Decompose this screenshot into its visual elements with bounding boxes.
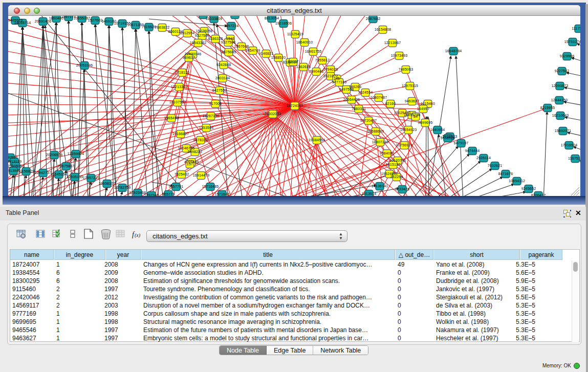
svg-text:19166827: 19166827 <box>172 132 189 136</box>
svg-text:1686710: 1686710 <box>196 16 211 16</box>
svg-text:3675685: 3675685 <box>222 50 236 54</box>
svg-text:15751074: 15751074 <box>564 40 580 43</box>
svg-text:1588520: 1588520 <box>271 56 286 59</box>
svg-text:15720407: 15720407 <box>360 119 377 122</box>
svg-text:9084067: 9084067 <box>380 151 395 155</box>
svg-text:8471676: 8471676 <box>498 172 513 176</box>
svg-text:9146821: 9146821 <box>259 52 274 55</box>
svg-text:9657791: 9657791 <box>169 185 184 188</box>
svg-text:1527602: 1527602 <box>88 18 103 22</box>
svg-text:20691406: 20691406 <box>35 19 52 23</box>
svg-text:8813054: 8813054 <box>265 16 279 20</box>
svg-text:19654923: 19654923 <box>400 128 417 132</box>
svg-text:5938928: 5938928 <box>441 136 455 140</box>
svg-text:9245652: 9245652 <box>521 187 536 190</box>
svg-text:9463627: 9463627 <box>405 99 420 103</box>
svg-text:17359924: 17359924 <box>68 152 84 156</box>
svg-text:13267130: 13267130 <box>203 114 220 118</box>
svg-text:1733426: 1733426 <box>395 187 410 191</box>
svg-text:9777169: 9777169 <box>332 80 347 84</box>
svg-text:8912954: 8912954 <box>180 31 195 35</box>
svg-text:(x): (x) <box>135 232 141 238</box>
svg-text:10654112: 10654112 <box>509 179 525 183</box>
svg-text:12093873: 12093873 <box>552 84 569 87</box>
svg-text:7357224: 7357224 <box>224 24 239 28</box>
svg-text:20364436: 20364436 <box>343 98 360 101</box>
svg-text:12213369: 12213369 <box>171 85 188 89</box>
svg-text:16210643: 16210643 <box>552 114 569 117</box>
svg-text:10120746: 10120746 <box>389 159 406 162</box>
svg-text:9474444: 9474444 <box>465 149 480 152</box>
svg-text:8990448: 8990448 <box>309 70 324 73</box>
svg-text:1413614: 1413614 <box>362 192 377 195</box>
svg-text:19218506: 19218506 <box>275 21 292 25</box>
svg-text:6497568: 6497568 <box>339 87 354 91</box>
svg-text:917006: 917006 <box>209 102 222 105</box>
svg-text:12942737: 12942737 <box>35 171 52 174</box>
svg-text:15692071: 15692071 <box>555 129 572 133</box>
svg-text:84: 84 <box>413 115 418 118</box>
svg-text:1167533: 1167533 <box>568 157 580 160</box>
svg-text:10046755: 10046755 <box>178 146 195 150</box>
svg-text:7632621: 7632621 <box>488 164 503 167</box>
svg-text:9699695: 9699695 <box>418 121 433 124</box>
svg-text:157: 157 <box>187 162 193 166</box>
svg-text:18807249: 18807249 <box>372 140 389 144</box>
svg-text:14136141: 14136141 <box>372 184 388 188</box>
svg-text:9850557: 9850557 <box>8 156 17 159</box>
svg-text:10756928: 10756928 <box>396 143 413 147</box>
svg-text:16107553: 16107553 <box>169 100 186 104</box>
svg-text:14055714: 14055714 <box>14 21 31 25</box>
svg-text:989617: 989617 <box>183 56 195 59</box>
svg-text:245: 245 <box>334 77 340 80</box>
svg-text:11645194: 11645194 <box>51 172 67 176</box>
svg-text:2087682: 2087682 <box>366 17 381 20</box>
svg-text:6794028: 6794028 <box>323 68 338 71</box>
svg-text:16154808: 16154808 <box>375 28 391 31</box>
svg-text:9227542: 9227542 <box>555 69 570 73</box>
svg-text:82037: 82037 <box>288 60 298 63</box>
svg-text:25305061: 25305061 <box>8 164 24 168</box>
svg-text:164957: 164957 <box>417 107 430 111</box>
svg-text:62160: 62160 <box>385 102 396 105</box>
svg-text:10688609: 10688609 <box>367 129 384 133</box>
svg-text:16033809: 16033809 <box>206 17 223 20</box>
svg-text:1291257: 1291257 <box>228 16 243 16</box>
svg-text:10973493: 10973493 <box>391 54 408 57</box>
svg-text:19384554: 19384554 <box>309 138 325 142</box>
svg-text:5498222: 5498222 <box>188 150 203 154</box>
svg-text:12975115: 12975115 <box>402 84 418 87</box>
svg-text:1353594: 1353594 <box>199 126 214 129</box>
svg-text:7485063: 7485063 <box>399 68 413 71</box>
svg-text:16543362: 16543362 <box>190 41 207 45</box>
svg-text:1615132: 1615132 <box>386 163 401 166</box>
svg-text:2718126: 2718126 <box>175 71 190 74</box>
svg-text:8215955: 8215955 <box>540 106 555 110</box>
svg-text:9329966: 9329966 <box>560 54 575 58</box>
svg-text:8678332: 8678332 <box>193 138 208 142</box>
svg-text:2935114: 2935114 <box>476 156 491 160</box>
svg-text:11156829: 11156829 <box>18 169 34 173</box>
svg-text:1117533: 1117533 <box>572 27 580 30</box>
svg-text:9327508: 9327508 <box>221 40 236 44</box>
svg-text:1362615: 1362615 <box>296 65 311 69</box>
svg-text:7880311: 7880311 <box>352 107 366 111</box>
svg-text:16782759: 16782759 <box>114 186 131 189</box>
svg-text:11325419: 11325419 <box>287 32 303 36</box>
svg-text:10807487: 10807487 <box>371 96 387 99</box>
svg-text:252254: 252254 <box>390 175 403 179</box>
svg-text:7625402: 7625402 <box>175 172 189 176</box>
svg-text:8454749: 8454749 <box>246 49 260 52</box>
svg-text:16914479: 16914479 <box>193 173 210 177</box>
svg-text:9115460: 9115460 <box>421 102 435 105</box>
svg-text:16961755: 16961755 <box>305 50 322 53</box>
svg-text:25302033: 25302033 <box>265 112 281 116</box>
svg-text:2867608: 2867608 <box>234 45 249 48</box>
svg-text:9242848: 9242848 <box>216 63 231 67</box>
svg-text:18724007: 18724007 <box>287 104 303 107</box>
svg-text:7955812: 7955812 <box>315 58 330 62</box>
svg-text:12444150: 12444150 <box>551 98 568 102</box>
svg-text:12923468: 12923468 <box>129 191 146 194</box>
svg-text:8186328: 8186328 <box>208 37 223 40</box>
svg-text:6479197: 6479197 <box>454 141 469 145</box>
